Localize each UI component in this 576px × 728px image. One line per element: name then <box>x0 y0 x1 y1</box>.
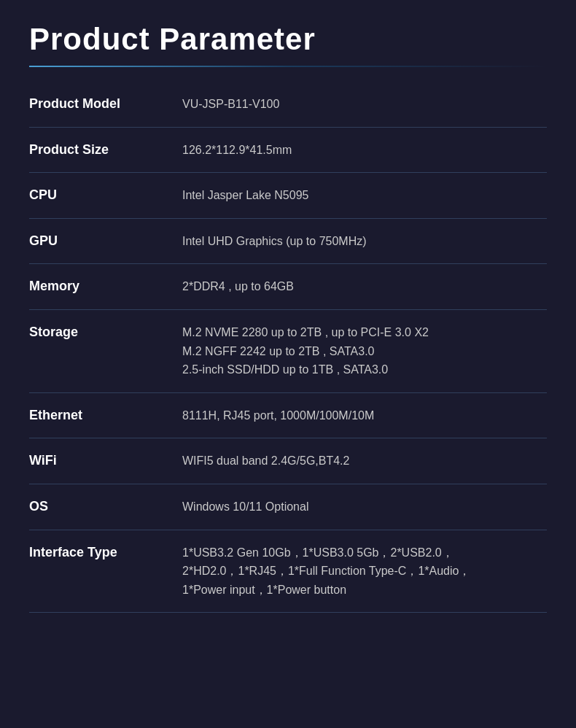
spec-row: Memory2*DDR4 , up to 64GB <box>29 264 547 310</box>
spec-label: OS <box>29 497 182 514</box>
spec-value: WIFI5 dual band 2.4G/5G,BT4.2 <box>182 452 547 471</box>
spec-value: VU-JSP-B11-V100 <box>182 95 547 114</box>
spec-row: Interface Type1*USB3.2 Gen 10Gb，1*USB3.0… <box>29 530 547 613</box>
spec-label: Product Model <box>29 95 182 112</box>
spec-value: 126.2*112.9*41.5mm <box>182 141 547 160</box>
spec-value: M.2 NVME 2280 up to 2TB , up to PCI-E 3.… <box>182 323 547 379</box>
spec-row: OSWindows 10/11 Optional <box>29 484 547 530</box>
spec-value: Intel Jasper Lake N5095 <box>182 186 547 205</box>
spec-row: StorageM.2 NVME 2280 up to 2TB , up to P… <box>29 310 547 393</box>
spec-label: CPU <box>29 186 182 203</box>
spec-value: 2*DDR4 , up to 64GB <box>182 277 547 296</box>
page-title: Product Parameter <box>29 22 547 57</box>
spec-row: CPUIntel Jasper Lake N5095 <box>29 173 547 219</box>
spec-value: Windows 10/11 Optional <box>182 497 547 516</box>
spec-value: Intel UHD Graphics (up to 750MHz) <box>182 232 547 251</box>
spec-label: Interface Type <box>29 543 182 560</box>
spec-label: WiFi <box>29 452 182 468</box>
title-divider <box>29 66 547 67</box>
spec-row: WiFiWIFI5 dual band 2.4G/5G,BT4.2 <box>29 438 547 484</box>
spec-label: Ethernet <box>29 406 182 423</box>
spec-label: Memory <box>29 277 182 294</box>
spec-row: Product ModelVU-JSP-B11-V100 <box>29 82 547 128</box>
spec-value: 1*USB3.2 Gen 10Gb，1*USB3.0 5Gb，2*USB2.0，… <box>182 543 547 600</box>
spec-row: Product Size126.2*112.9*41.5mm <box>29 128 547 174</box>
spec-label: Storage <box>29 323 182 340</box>
spec-row: GPUIntel UHD Graphics (up to 750MHz) <box>29 219 547 265</box>
spec-label: Product Size <box>29 141 182 158</box>
spec-table: Product ModelVU-JSP-B11-V100Product Size… <box>29 82 547 613</box>
spec-label: GPU <box>29 232 182 249</box>
spec-row: Ethernet8111H, RJ45 port, 1000M/100M/10M <box>29 393 547 439</box>
spec-value: 8111H, RJ45 port, 1000M/100M/10M <box>182 406 547 425</box>
